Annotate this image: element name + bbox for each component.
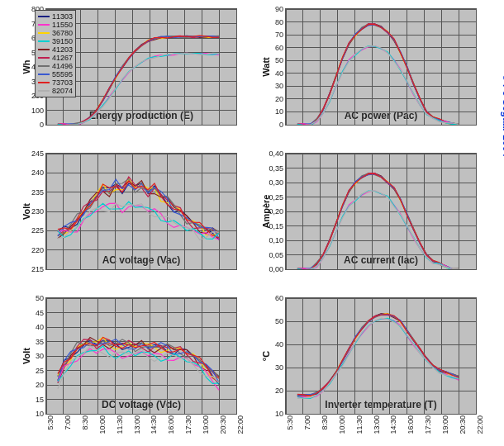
legend-item: 82074 bbox=[38, 87, 73, 95]
y-ticks: 0,000,050,100,150,200,250,300,350,40 bbox=[261, 154, 286, 269]
legend-swatch bbox=[38, 49, 50, 50]
plot-area bbox=[286, 298, 476, 414]
chart-pac: WattAC power (Pac)0102030405060708090 bbox=[285, 8, 477, 126]
legend-item: 41203 bbox=[38, 45, 73, 54]
legend-label: 39150 bbox=[52, 37, 73, 45]
legend-swatch bbox=[38, 32, 50, 34]
legend-label: 11550 bbox=[52, 21, 73, 29]
legend-item: 39150 bbox=[38, 37, 73, 45]
series-line bbox=[297, 314, 459, 396]
series-line bbox=[58, 36, 219, 125]
legend-item: 11550 bbox=[38, 21, 73, 29]
legend-label: 41496 bbox=[52, 62, 73, 70]
legend: 1130311550367803915041203412674149655595… bbox=[35, 10, 76, 97]
legend-label: 41267 bbox=[52, 54, 73, 62]
plot-area bbox=[46, 298, 236, 414]
legend-item: 36780 bbox=[38, 29, 73, 37]
y-ticks: 215220225230235240245 bbox=[21, 154, 46, 269]
series-line bbox=[297, 314, 459, 396]
legend-swatch bbox=[38, 24, 50, 26]
series-line bbox=[297, 24, 459, 125]
y-ticks: 0102030405060708090 bbox=[261, 9, 286, 125]
chart-vdc: VoltDC voltage (Vdc)1015202530354045505:… bbox=[45, 297, 237, 415]
legend-swatch bbox=[38, 40, 50, 42]
x-ticks: 5:307:008:3010:0011:3013:0014:3016:0017:… bbox=[286, 414, 476, 437]
legend-label: 41203 bbox=[52, 45, 73, 54]
y-ticks: 102030405060 bbox=[261, 298, 286, 414]
legend-swatch bbox=[38, 74, 50, 75]
series-line bbox=[297, 24, 459, 125]
legend-label: 82074 bbox=[52, 87, 73, 95]
series-line bbox=[297, 314, 459, 396]
legend-label: 55595 bbox=[52, 70, 73, 78]
series-line bbox=[297, 315, 459, 396]
series-line bbox=[297, 318, 459, 398]
chart-iac: AmpèreAC current (Iac)0,000,050,100,150,… bbox=[285, 153, 477, 270]
legend-swatch bbox=[38, 65, 50, 67]
series-line bbox=[297, 314, 459, 396]
y-ticks: 101520253035404550 bbox=[21, 298, 46, 414]
series-line bbox=[297, 24, 459, 125]
legend-swatch bbox=[38, 82, 50, 83]
series-line bbox=[297, 319, 459, 398]
x-ticks: 5:307:008:3010:0011:3013:0014:3016:0017:… bbox=[46, 414, 236, 437]
chart-temp: °CInverter temperature (T)1020304050605:… bbox=[285, 297, 477, 415]
series-line bbox=[58, 53, 219, 125]
series-line bbox=[297, 25, 459, 125]
copyright-text: © PJ Segaar 2004 bbox=[501, 74, 504, 157]
series-line bbox=[297, 24, 459, 125]
legend-swatch bbox=[38, 57, 50, 59]
legend-label: 73703 bbox=[52, 78, 73, 87]
legend-item: 55595 bbox=[38, 70, 73, 78]
legend-label: 11303 bbox=[52, 12, 73, 21]
legend-item: 41267 bbox=[38, 54, 73, 62]
series-line bbox=[297, 314, 459, 396]
chart-grid: { "copyright": "© PJ Segaar 2004", "lege… bbox=[0, 0, 504, 446]
plot-area bbox=[286, 9, 476, 125]
legend-label: 36780 bbox=[52, 29, 73, 37]
legend-item: 73703 bbox=[38, 78, 73, 87]
legend-swatch bbox=[38, 16, 50, 17]
series-line bbox=[297, 25, 459, 125]
plot-area bbox=[286, 154, 476, 269]
chart-vac: VoltAC voltage (Vac)21522022523023524024… bbox=[45, 153, 237, 270]
legend-item: 41496 bbox=[38, 62, 73, 70]
plot-area bbox=[46, 154, 236, 269]
legend-item: 11303 bbox=[38, 12, 73, 21]
series-line bbox=[297, 314, 459, 396]
series-line bbox=[297, 24, 459, 125]
legend-swatch bbox=[38, 90, 50, 92]
series-line bbox=[297, 318, 459, 398]
